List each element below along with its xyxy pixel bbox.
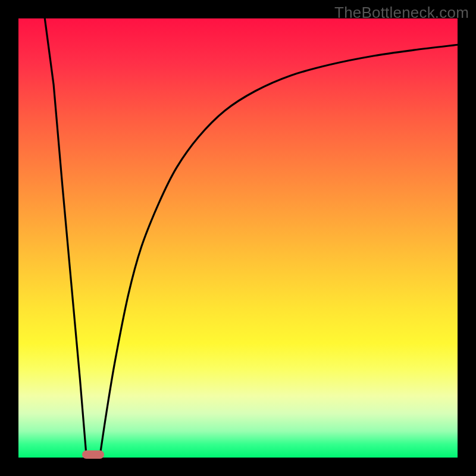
- curve-layer: [18, 18, 458, 458]
- bottleneck-curve-left: [45, 18, 86, 458]
- plot-area: [18, 18, 458, 458]
- bottleneck-curve-right: [100, 45, 458, 458]
- optimal-marker: [82, 450, 104, 459]
- chart-frame: TheBottleneck.com: [0, 0, 476, 476]
